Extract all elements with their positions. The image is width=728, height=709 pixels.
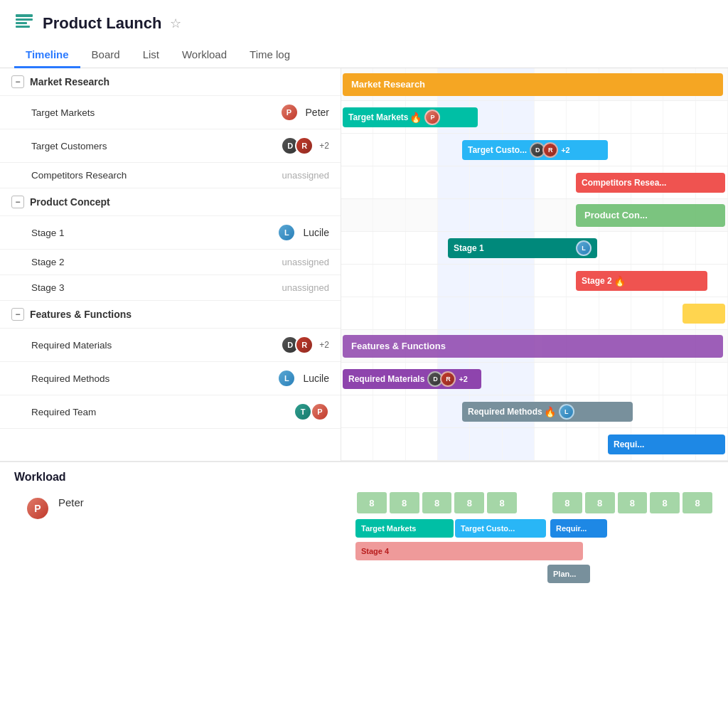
gantt-bar-market-research[interactable]: Market Research	[343, 73, 723, 96]
wl-num	[520, 492, 550, 513]
gantt-bar-features-functions[interactable]: Features & Functions	[343, 335, 723, 358]
assignee-label: Peter	[306, 107, 329, 118]
task-name: Stage 2	[31, 257, 274, 267]
workload-bar-target-customers: Target Custo...	[455, 519, 546, 538]
gantt-row-product-concept-group: Product Con...	[341, 199, 728, 232]
avatar-inline: L	[576, 240, 592, 256]
collapse-product-concept[interactable]: −	[11, 196, 24, 208]
plus-count: +2	[319, 340, 329, 350]
plus-count-inline: +2	[561, 146, 570, 154]
fire-icon: 🔥	[544, 406, 556, 417]
task-row: Competitors Research unassigned	[0, 163, 341, 188]
workload-right-panel: 8 8 8 8 8 8 8 8 8 8 Target Markets Targe…	[355, 491, 714, 587]
wl-num: 8	[454, 492, 484, 513]
gantt-bar-competitors-research[interactable]: Competitors Resea...	[576, 173, 725, 193]
workload-person-row: P Peter	[14, 491, 355, 587]
wl-num: 8	[618, 492, 648, 513]
tab-timelog[interactable]: Time log	[238, 43, 301, 68]
gantt-row-required-materials: Required Materials D R +2	[341, 363, 728, 395]
gantt-bar-required-methods[interactable]: Required Methods 🔥 L	[462, 402, 633, 422]
fire-icon: 🔥	[410, 112, 422, 123]
gantt-row-stage3	[341, 297, 728, 330]
task-name: Stage 3	[31, 282, 274, 293]
gantt-bar-stage3[interactable]	[682, 304, 725, 324]
nav-tabs: Timeline Board List Workload Time log	[0, 36, 728, 68]
avatar: P	[311, 403, 329, 421]
gantt-bar-required-team[interactable]: Requi...	[608, 435, 725, 454]
gantt-bar-target-customers[interactable]: Target Custo... D R +2	[462, 140, 608, 160]
unassigned-label: unassigned	[282, 257, 330, 267]
gantt-bar-stage1[interactable]: Stage 1 L	[448, 238, 597, 258]
assignee-target-customers: D R +2	[281, 137, 329, 155]
wl-num: 8	[390, 492, 419, 513]
task-row: Required Methods L Lucile	[0, 362, 341, 395]
gantt-bg	[341, 297, 728, 329]
tab-board[interactable]: Board	[80, 43, 132, 68]
gantt-row-stage1: Stage 1 L	[341, 232, 728, 265]
collapse-features-functions[interactable]: −	[11, 308, 24, 321]
tab-workload[interactable]: Workload	[171, 43, 238, 68]
gantt-row-features-group: Features & Functions	[341, 330, 728, 363]
assignee-label: Lucile	[303, 373, 329, 384]
avatar: L	[277, 223, 296, 242]
workload-person-name: Peter	[58, 496, 84, 508]
gantt-row-required-methods: Required Methods 🔥 L	[341, 395, 728, 428]
avatar-stack: D R	[281, 336, 314, 354]
task-row: Target Markets P Peter	[0, 96, 341, 129]
unassigned-label: unassigned	[282, 170, 330, 181]
group-features-functions: − Features & Functions	[0, 301, 341, 329]
collapse-market-research[interactable]: −	[11, 75, 24, 88]
gantt-bar-target-markets[interactable]: Target Markets 🔥 P	[343, 107, 478, 127]
assignee-label: Lucile	[303, 227, 329, 238]
group-label-market-research: Market Research	[30, 76, 109, 87]
avatar-inline: R	[542, 142, 558, 158]
gantt-bar-required-materials[interactable]: Required Materials D R +2	[343, 369, 481, 389]
avatar-inline: R	[440, 371, 456, 387]
workload-title: Workload	[14, 471, 714, 484]
avatar-workload-person: P	[26, 496, 50, 521]
plus-count-inline: +2	[459, 375, 468, 383]
workload-bars-row3: Plan...	[355, 565, 714, 585]
wl-num: 8	[650, 492, 680, 513]
workload-section: Workload P Peter 8 8 8 8 8 8 8 8 8 8	[0, 461, 728, 593]
task-row: Stage 3 unassigned	[0, 275, 341, 301]
workload-bars-row2: Stage 4	[355, 542, 714, 562]
avatar-inline: L	[559, 404, 574, 420]
assignee-req-methods: L Lucile	[277, 369, 329, 388]
star-icon[interactable]: ☆	[170, 16, 181, 31]
assignee-target-markets: P Peter	[280, 103, 329, 122]
bar-label: Target Markets	[348, 112, 408, 122]
gantt-bar-stage2[interactable]: Stage 2 🔥	[576, 271, 707, 291]
app-header: Product Launch ☆	[0, 0, 728, 36]
svg-rect-0	[16, 14, 33, 17]
bar-label: Required Materials	[348, 374, 424, 384]
avatar: R	[295, 336, 314, 354]
gantt-bar-product-concept[interactable]: Product Con...	[576, 204, 725, 227]
group-label-features-functions: Features & Functions	[30, 309, 132, 320]
bar-label: Features & Functions	[351, 341, 446, 351]
task-name: Competitors Research	[31, 170, 274, 181]
group-label-product-concept: Product Concept	[30, 196, 110, 208]
workload-bar-plan: Plan...	[547, 565, 590, 583]
avatar-inline: P	[424, 110, 440, 125]
wl-num: 8	[357, 492, 387, 513]
wl-num: 8	[552, 492, 582, 513]
task-row: Required Materials D R +2	[0, 329, 341, 362]
main-content: − Market Research Target Markets P Peter…	[0, 68, 728, 461]
bar-label: Stage 1	[454, 243, 484, 253]
workload-bar-requir: Requir...	[550, 519, 607, 538]
tab-timeline[interactable]: Timeline	[14, 43, 80, 68]
workload-content: P Peter 8 8 8 8 8 8 8 8 8 8 Target Marke…	[14, 491, 714, 587]
tab-list[interactable]: List	[132, 43, 171, 68]
assignee-req-materials: D R +2	[281, 336, 329, 354]
assignee-req-team: T P	[294, 403, 329, 421]
wl-num: 8	[487, 492, 517, 513]
gantt-row-target-customers: Target Custo... D R +2	[341, 134, 728, 166]
svg-rect-3	[16, 26, 30, 28]
task-row: Stage 1 L Lucile	[0, 216, 341, 250]
task-name: Target Markets	[31, 107, 272, 118]
left-panel: − Market Research Target Markets P Peter…	[0, 68, 341, 461]
bar-label: Required Methods	[468, 407, 542, 417]
app-icon	[14, 11, 34, 36]
task-name: Required Materials	[31, 340, 272, 351]
